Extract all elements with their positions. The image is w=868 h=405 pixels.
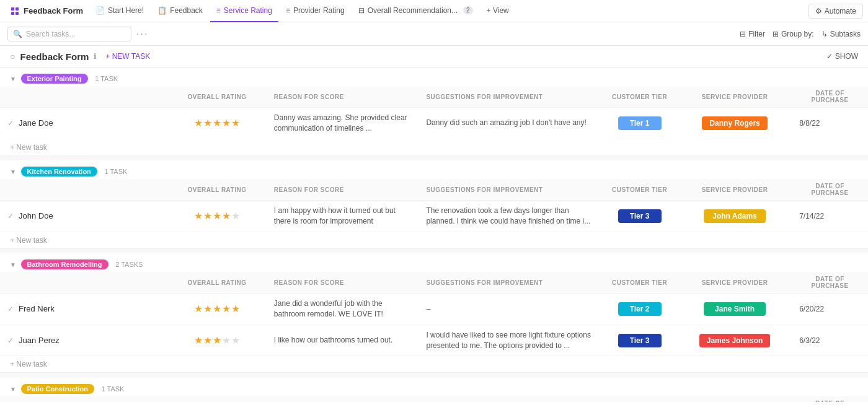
col-provider-header: SERVICE PROVIDER <box>678 396 792 402</box>
tab-service-rating[interactable]: ≡ Service Rating <box>210 0 278 22</box>
new-task-label[interactable]: + New task <box>0 232 868 248</box>
col-date-header: DATE OF PURCHASE <box>792 179 868 201</box>
col-headers-patio-construction: OVERALL RATING REASON FOR SCORE SUGGESTI… <box>0 396 868 402</box>
task-name-cell-2-0: ✓ Fred Nerk <box>0 294 167 325</box>
new-task-label[interactable]: + New task <box>0 356 868 373</box>
group-count-patio-construction: 1 TASK <box>102 385 125 393</box>
tier-badge: Tier 1 <box>618 116 662 130</box>
col-headers-kitchen-renovation: OVERALL RATING REASON FOR SCORE SUGGESTI… <box>0 179 868 201</box>
reason-text: Jane did a wonderful job with the bathro… <box>274 299 383 318</box>
reason-text: Danny was amazing. She provided clear co… <box>274 113 407 133</box>
task-check[interactable]: ✓ <box>7 212 14 220</box>
col-name-header <box>0 272 167 294</box>
star-filled: ★ <box>222 210 231 222</box>
task-check[interactable]: ✓ <box>7 336 14 345</box>
tab-start[interactable]: 📄 Start Here! <box>89 0 150 22</box>
tier-badge: Tier 3 <box>618 334 662 347</box>
tab-provider-rating[interactable]: ≡ Provider Rating <box>280 0 351 22</box>
provider-badge: Jane Smith <box>704 302 766 316</box>
page-header: ○ Feedback Form ℹ + NEW TASK ✓ SHOW <box>0 46 868 68</box>
star-filled: ★ <box>194 210 203 222</box>
col-name-header <box>0 86 167 108</box>
task-row[interactable]: ✓ Juan Perez ★★★★★ I like how our bathro… <box>0 324 868 356</box>
app-title: Feedback Form <box>24 6 83 15</box>
subtasks-btn[interactable]: ↳ Subtasks <box>822 30 861 38</box>
group-header-patio-construction: ▼ Patio Construction 1 TASK <box>0 378 868 396</box>
reason-text: I am happy with how it turned out but th… <box>274 206 396 225</box>
date-text: 8/8/22 <box>799 119 820 128</box>
task-check[interactable]: ✓ <box>7 305 14 313</box>
date-text: 6/20/22 <box>799 305 824 313</box>
group-by-btn[interactable]: ⊞ Group by: <box>773 30 814 38</box>
new-task-row-kitchen-renovation[interactable]: + New task <box>0 232 868 248</box>
col-rating-header: OVERALL RATING <box>167 86 267 108</box>
tier-badge: Tier 2 <box>618 302 662 316</box>
task-row[interactable]: ✓ Fred Nerk ★★★★★ Jane did a wonderful j… <box>0 294 868 325</box>
star-rating: ★★★★★ <box>175 210 259 222</box>
task-suggestions-cell: The renovation took a few days longer th… <box>418 201 601 232</box>
more-options-btn[interactable]: ··· <box>136 28 148 40</box>
show-btn[interactable]: ✓ SHOW <box>826 52 858 61</box>
col-date-header: DATE OF PURCHASE <box>792 86 868 108</box>
col-reason-header: REASON FOR SCORE <box>267 179 419 201</box>
group-spacer <box>0 155 868 160</box>
task-suggestions-cell: – <box>418 294 601 325</box>
task-name-cell-2-1: ✓ Juan Perez <box>0 324 167 356</box>
task-name: Fred Nerk <box>19 304 55 313</box>
group-toggle[interactable]: ▼ <box>10 168 16 175</box>
app-logo[interactable]: Feedback Form <box>5 4 88 19</box>
new-task-btn[interactable]: + NEW TASK <box>102 51 154 62</box>
tab-overall-recommendation[interactable]: ⊟ Overall Recommendation... 2 <box>352 0 479 22</box>
group-toggle[interactable]: ▼ <box>10 76 16 82</box>
filter-icon: ⊟ <box>740 30 746 38</box>
date-text: 6/3/22 <box>799 336 820 345</box>
task-rating-cell: ★★★★★ <box>167 108 267 139</box>
task-row[interactable]: ✓ John Doe ★★★★★ I am happy with how it … <box>0 201 868 232</box>
svg-rect-0 <box>11 7 14 11</box>
collapse-toggle[interactable]: ○ <box>10 51 15 61</box>
task-rating-cell: ★★★★★ <box>167 201 267 232</box>
star-filled: ★ <box>222 117 231 129</box>
col-headers-bathroom-remodelling: OVERALL RATING REASON FOR SCORE SUGGESTI… <box>0 272 868 294</box>
group-count-bathroom-remodelling: 2 TASKS <box>115 261 143 268</box>
toolbar: 🔍 Search tasks... ··· ⊟ Filter ⊞ Group b… <box>0 22 868 46</box>
star-rating: ★★★★★ <box>175 117 259 129</box>
col-name-header <box>0 179 167 201</box>
new-task-label[interactable]: + New task <box>0 139 868 155</box>
toolbar-right: ⊟ Filter ⊞ Group by: ↳ Subtasks <box>740 30 861 38</box>
add-view-btn[interactable]: + View <box>480 0 515 22</box>
star-filled: ★ <box>203 117 212 129</box>
col-provider-header: SERVICE PROVIDER <box>678 179 792 201</box>
task-reason-cell: Jane did a wonderful job with the bathro… <box>267 294 419 325</box>
task-name-cell-1-0: ✓ John Doe <box>0 201 167 232</box>
filter-btn[interactable]: ⊟ Filter <box>740 30 765 38</box>
page-info-icon[interactable]: ℹ <box>94 52 97 61</box>
star-filled: ★ <box>222 303 231 315</box>
tier-badge: Tier 3 <box>618 209 662 223</box>
star-filled: ★ <box>231 117 240 129</box>
star-filled: ★ <box>213 303 221 315</box>
group-toggle[interactable]: ▼ <box>10 261 16 268</box>
col-suggestions-header: SUGGESTIONS FOR IMPROVEMENT <box>418 179 601 201</box>
task-reason-cell: Danny was amazing. She provided clear co… <box>267 108 419 139</box>
col-provider-header: SERVICE PROVIDER <box>678 272 792 294</box>
task-name: John Doe <box>19 211 53 220</box>
new-task-row-bathroom-remodelling[interactable]: + New task <box>0 356 868 373</box>
search-box[interactable]: 🔍 Search tasks... <box>7 27 131 41</box>
tab-feedback[interactable]: 📋 Feedback <box>151 0 209 22</box>
task-reason-cell: I like how our bathrooms turned out. <box>267 324 419 356</box>
automate-btn[interactable]: ⚙ Automate <box>808 4 863 19</box>
col-reason-header: REASON FOR SCORE <box>267 396 419 402</box>
group-spacer <box>0 373 868 378</box>
group-header-cell: ▼ Bathroom Remodelling 2 TASKS <box>0 253 868 272</box>
suggestion-text: The renovation took a few days longer th… <box>426 206 590 225</box>
group-toggle[interactable]: ▼ <box>10 386 16 393</box>
col-tier-header: CUSTOMER TIER <box>601 86 678 108</box>
provider-badge: John Adams <box>704 209 766 223</box>
task-row[interactable]: ✓ Jane Doe ★★★★★ Danny was amazing. She … <box>0 108 868 139</box>
col-suggestions-header: SUGGESTIONS FOR IMPROVEMENT <box>418 272 601 294</box>
task-check[interactable]: ✓ <box>7 119 14 128</box>
tab-start-icon: 📄 <box>95 6 105 15</box>
task-date-cell: 6/3/22 <box>792 324 868 356</box>
new-task-row-exterior-painting[interactable]: + New task <box>0 139 868 155</box>
